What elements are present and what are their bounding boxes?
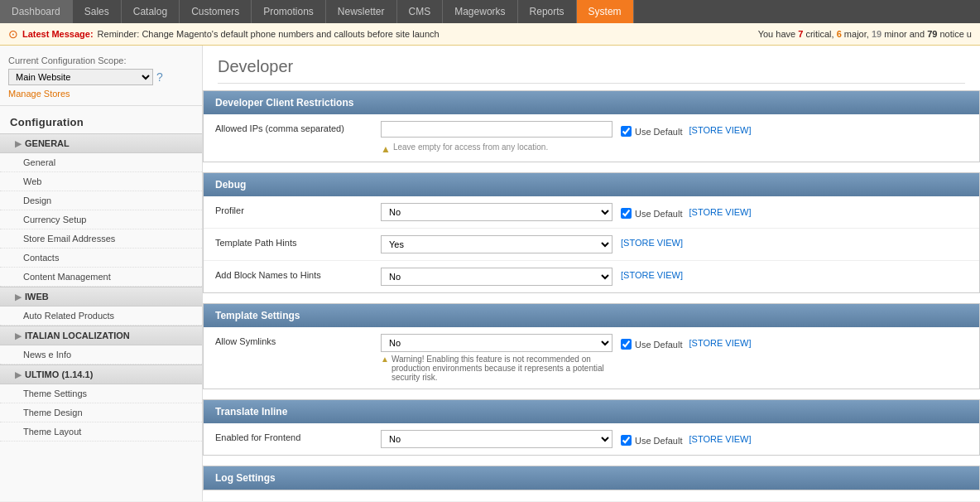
group-label-italian: ITALIAN LOCALIZATION bbox=[25, 331, 130, 340]
message-bar: ⊙ Latest Message: Reminder: Change Magen… bbox=[0, 23, 980, 46]
section-developer-client-restrictions: Developer Client Restrictions Allowed IP… bbox=[203, 90, 980, 162]
store-view-link-allow-symlinks[interactable]: [STORE VIEW] bbox=[689, 338, 751, 348]
field-control-enabled-frontend: No Yes Use Default [STORE VIEW] bbox=[381, 430, 968, 448]
section-template-settings: Template Settings Allow Symlinks No Yes … bbox=[203, 303, 980, 389]
page-title-container: Developer bbox=[203, 46, 980, 90]
field-label-allowed-ips: Allowed IPs (comma separated) bbox=[215, 121, 381, 133]
nav-cms[interactable]: CMS bbox=[397, 0, 444, 23]
main-content: Developer Developer Client Restrictions … bbox=[203, 46, 980, 501]
use-default-label-enabled-frontend: Use Default bbox=[635, 436, 682, 446]
enabled-frontend-select[interactable]: No Yes bbox=[381, 430, 612, 448]
field-row-allow-symlinks: Allow Symlinks No Yes ▲ Warning! Enablin… bbox=[204, 327, 979, 389]
profiler-select[interactable]: No Yes bbox=[381, 203, 612, 221]
arrow-icon-italian: ▶ bbox=[15, 331, 22, 340]
sidebar-group-general[interactable]: ▶ GENERAL bbox=[0, 133, 202, 153]
arrow-icon-ultimo: ▶ bbox=[15, 370, 22, 379]
group-label-ultimo: ULTIMO (1.14.1) bbox=[25, 369, 93, 379]
sidebar-group-ultimo[interactable]: ▶ ULTIMO (1.14.1) bbox=[0, 364, 202, 384]
allow-symlinks-select[interactable]: No Yes bbox=[381, 334, 612, 352]
section-header-developer-client-restrictions: Developer Client Restrictions bbox=[204, 91, 979, 114]
allowed-ips-input[interactable] bbox=[381, 121, 612, 138]
field-row-template-path-hints: Template Path Hints No Yes [STORE VIEW] bbox=[204, 229, 979, 261]
section-header-template-settings: Template Settings bbox=[204, 304, 979, 327]
sidebar-item-web[interactable]: Web bbox=[0, 172, 202, 191]
template-path-hints-select[interactable]: No Yes bbox=[381, 235, 612, 253]
store-view-link-add-block-names[interactable]: [STORE VIEW] bbox=[621, 270, 683, 280]
allowed-ips-note: Leave empty for access from any location… bbox=[393, 142, 548, 152]
field-row-enabled-frontend: Enabled for Frontend No Yes Use Default … bbox=[204, 423, 979, 455]
sidebar-group-general-items: General Web Design Currency Setup Store … bbox=[0, 153, 202, 287]
field-control-allowed-ips: ▲ Leave empty for access from any locati… bbox=[381, 121, 968, 155]
field-label-enabled-frontend: Enabled for Frontend bbox=[215, 430, 381, 442]
sidebar-item-design[interactable]: Design bbox=[0, 191, 202, 210]
nav-customers[interactable]: Customers bbox=[180, 0, 252, 23]
field-label-profiler: Profiler bbox=[215, 203, 381, 215]
nav-sales[interactable]: Sales bbox=[73, 0, 122, 23]
sidebar-item-theme-settings[interactable]: Theme Settings bbox=[0, 384, 202, 403]
group-label-iweb: IWEB bbox=[25, 292, 49, 302]
section-header-log-settings: Log Settings bbox=[204, 466, 979, 490]
note-icon: ▲ bbox=[381, 143, 391, 155]
field-control-template-path-hints: No Yes [STORE VIEW] bbox=[381, 235, 968, 253]
sidebar-group-ultimo-items: Theme Settings Theme Design Theme Layout bbox=[0, 384, 202, 442]
use-default-allow-symlinks: Use Default bbox=[621, 336, 682, 350]
arrow-icon: ▶ bbox=[15, 139, 22, 148]
store-view-link-allowed-ips[interactable]: [STORE VIEW] bbox=[689, 125, 751, 135]
sidebar-item-theme-design[interactable]: Theme Design bbox=[0, 403, 202, 422]
sidebar-section-title: Configuration bbox=[0, 106, 202, 133]
use-default-checkbox-allowed-ips[interactable] bbox=[621, 126, 632, 137]
field-row-add-block-names: Add Block Names to Hints No Yes [STORE V… bbox=[204, 261, 979, 292]
field-control-add-block-names: No Yes [STORE VIEW] bbox=[381, 268, 968, 286]
sidebar-item-news-info[interactable]: News e Info bbox=[0, 345, 202, 364]
sidebar-group-iweb[interactable]: ▶ IWEB bbox=[0, 287, 202, 307]
sidebar-item-store-email[interactable]: Store Email Addresses bbox=[0, 229, 202, 249]
arrow-icon-iweb: ▶ bbox=[15, 292, 22, 302]
sidebar-item-theme-layout[interactable]: Theme Layout bbox=[0, 422, 202, 442]
symlinks-warning: ▲ Warning! Enabling this feature is not … bbox=[381, 355, 612, 382]
main-layout: Current Configuration Scope: Main Websit… bbox=[0, 46, 980, 501]
manage-stores-link[interactable]: Manage Stores bbox=[8, 89, 194, 99]
use-default-label-profiler: Use Default bbox=[635, 209, 682, 219]
use-default-enabled-frontend: Use Default bbox=[621, 432, 682, 446]
nav-catalog[interactable]: Catalog bbox=[122, 0, 180, 23]
field-row-profiler: Profiler No Yes Use Default [STORE VIEW] bbox=[204, 196, 979, 229]
field-label-allow-symlinks: Allow Symlinks bbox=[215, 334, 381, 346]
nav-system[interactable]: System bbox=[577, 0, 634, 23]
sidebar-item-content-management[interactable]: Content Management bbox=[0, 268, 202, 287]
sidebar: Current Configuration Scope: Main Websit… bbox=[0, 46, 203, 501]
section-debug: Debug Profiler No Yes Use Default [STORE… bbox=[203, 172, 980, 293]
sidebar-item-general[interactable]: General bbox=[0, 153, 202, 172]
nav-mageworks[interactable]: Mageworks bbox=[443, 0, 517, 23]
group-label-general: GENERAL bbox=[25, 138, 70, 148]
use-default-checkbox-enabled-frontend[interactable] bbox=[621, 435, 632, 446]
store-view-link-profiler[interactable]: [STORE VIEW] bbox=[689, 207, 751, 217]
field-row-allowed-ips: Allowed IPs (comma separated) ▲ Leave em… bbox=[204, 114, 979, 162]
section-log-settings: Log Settings bbox=[203, 466, 980, 490]
use-default-label-allow-symlinks: Use Default bbox=[635, 340, 682, 350]
minor-count: 19 bbox=[872, 29, 882, 39]
sidebar-item-auto-related[interactable]: Auto Related Products bbox=[0, 307, 202, 326]
store-view-link-enabled-frontend[interactable]: [STORE VIEW] bbox=[689, 434, 751, 444]
section-translate-inline: Translate Inline Enabled for Frontend No… bbox=[203, 399, 980, 456]
message-prefix: Latest Message: bbox=[22, 29, 94, 39]
field-label-add-block-names: Add Block Names to Hints bbox=[215, 268, 381, 280]
help-icon[interactable]: ? bbox=[156, 70, 163, 84]
scope-selector: Current Configuration Scope: Main Websit… bbox=[0, 46, 202, 106]
section-header-debug: Debug bbox=[204, 173, 979, 196]
sidebar-item-currency-setup[interactable]: Currency Setup bbox=[0, 210, 202, 229]
store-view-link-template-path-hints[interactable]: [STORE VIEW] bbox=[621, 238, 683, 248]
message-text: Reminder: Change Magento's default phone… bbox=[98, 29, 440, 39]
sidebar-item-contacts[interactable]: Contacts bbox=[0, 249, 202, 268]
warn-icon-symlinks: ▲ bbox=[381, 355, 389, 382]
scope-select[interactable]: Main Website bbox=[8, 69, 153, 85]
sidebar-group-italian[interactable]: ▶ ITALIAN LOCALIZATION bbox=[0, 326, 202, 345]
section-header-translate-inline: Translate Inline bbox=[204, 400, 979, 423]
nav-reports[interactable]: Reports bbox=[518, 0, 577, 23]
nav-newsletter[interactable]: Newsletter bbox=[326, 0, 397, 23]
nav-promotions[interactable]: Promotions bbox=[252, 0, 326, 23]
use-default-checkbox-allow-symlinks[interactable] bbox=[621, 339, 632, 350]
field-control-allow-symlinks: No Yes ▲ Warning! Enabling this feature … bbox=[381, 334, 968, 382]
nav-dashboard[interactable]: Dashboard bbox=[0, 0, 73, 23]
use-default-checkbox-profiler[interactable] bbox=[621, 208, 632, 219]
add-block-names-select[interactable]: No Yes bbox=[381, 268, 612, 286]
